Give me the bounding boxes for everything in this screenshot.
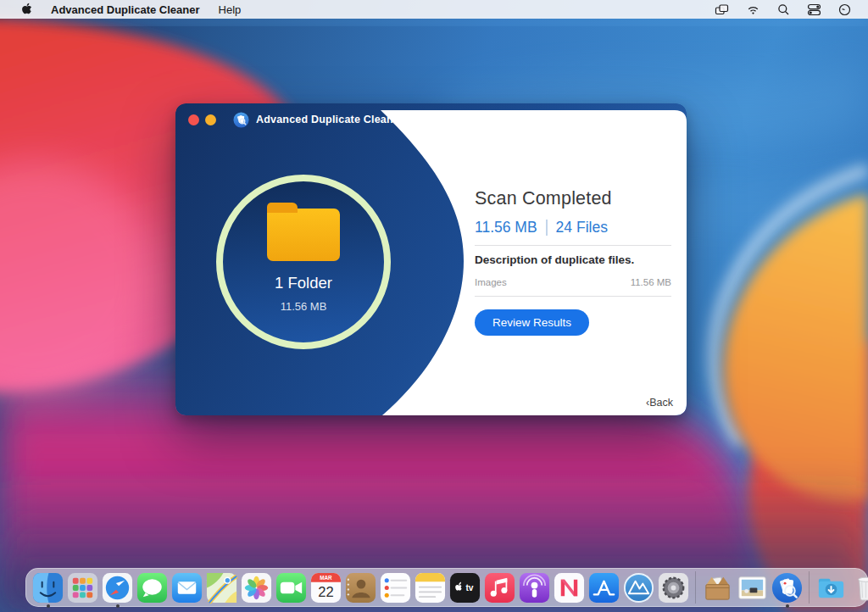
divider-line — [475, 296, 671, 297]
notes-icon — [414, 571, 447, 604]
dock-item-messages[interactable] — [135, 570, 170, 605]
status-control-center[interactable] — [802, 0, 826, 19]
dock-item-facetime[interactable] — [274, 570, 309, 605]
app-logo-icon — [233, 112, 249, 128]
podcasts-icon — [518, 571, 551, 604]
photos-icon — [240, 571, 273, 604]
downloads-folder-icon — [815, 571, 848, 604]
window-title: Advanced Duplicate Cleaner — [256, 114, 403, 125]
system-preferences-icon — [657, 571, 690, 604]
launchpad-icon — [66, 571, 99, 604]
dock-item-advanced-duplicate-cleaner[interactable] — [770, 570, 804, 605]
status-clock[interactable] — [833, 0, 856, 19]
status-screen-mirroring[interactable] — [709, 0, 734, 19]
apple-logo-icon — [20, 3, 32, 16]
unarchiver-icon — [701, 571, 734, 604]
calendar-icon: MAR 22 — [309, 571, 342, 604]
calendar-month: MAR — [320, 575, 332, 581]
maps-icon — [205, 571, 238, 604]
review-results-button[interactable]: Review Results — [475, 309, 589, 336]
clock-icon — [838, 3, 851, 16]
dock-item-tv[interactable]: tv — [448, 570, 482, 605]
folder-size-label: 11.56 MB — [281, 300, 327, 313]
close-button[interactable] — [188, 114, 199, 125]
calendar-day: 22 — [318, 584, 333, 600]
search-icon — [777, 3, 790, 16]
scan-visual: 1 Folder 11.56 MB — [216, 175, 391, 349]
results-panel: Scan Completed 11.56 MB 24 Files Descrip… — [475, 188, 671, 336]
row-size: 11.56 MB — [631, 277, 671, 287]
dock-item-news[interactable] — [552, 570, 587, 605]
contacts-icon — [344, 571, 377, 604]
dock-item-contacts[interactable] — [343, 570, 378, 605]
reminders-icon — [379, 571, 412, 604]
dock-item-music[interactable] — [482, 570, 517, 605]
safari-icon — [101, 571, 134, 604]
advanced-duplicate-cleaner-icon — [771, 571, 804, 604]
finder-icon — [31, 571, 64, 604]
dock-item-finder[interactable] — [31, 570, 65, 605]
apple-menu[interactable] — [12, 0, 41, 19]
dock-item-safari[interactable] — [100, 570, 135, 605]
folder-count-label: 1 Folder — [275, 274, 332, 292]
dock-item-notes[interactable] — [413, 570, 448, 605]
dock-item-calendar[interactable]: MAR 22 — [309, 570, 343, 605]
back-link[interactable]: ‹Back — [646, 397, 673, 409]
menu-bar: Advanced Duplicate Cleaner Help — [0, 0, 868, 19]
minimize-button[interactable] — [205, 114, 216, 125]
folder-icon — [267, 209, 340, 261]
summary-divider — [546, 220, 548, 236]
menu-app-name[interactable]: Advanced Duplicate Cleaner — [42, 0, 209, 19]
control-center-icon — [807, 3, 821, 16]
window-titlebar: Advanced Duplicate Cleaner — [175, 103, 403, 136]
screen-mirroring-icon — [715, 3, 729, 16]
running-indicator — [47, 604, 50, 608]
running-indicator — [116, 604, 120, 608]
dock-item-photo-viewer[interactable] — [735, 570, 770, 605]
dock-item-system-preferences[interactable] — [656, 570, 691, 605]
facetime-icon — [275, 571, 308, 604]
dock-item-trash[interactable] — [849, 570, 868, 605]
trash-icon — [849, 571, 868, 604]
menu-help[interactable]: Help — [210, 0, 250, 19]
result-row-images: Images 11.56 MB — [475, 277, 671, 287]
running-indicator — [786, 604, 789, 608]
divider-line — [475, 245, 671, 246]
dock-item-appstore[interactable] — [587, 570, 621, 605]
results-description: Description of duplicate files. — [475, 253, 671, 266]
tv-label: tv — [465, 582, 473, 592]
app-window: Advanced Duplicate Cleaner 1 Folder 11.5… — [175, 103, 687, 415]
results-heading: Scan Completed — [475, 188, 671, 209]
dock-item-reminders[interactable] — [378, 570, 413, 605]
dock: MAR 22 tv — [25, 568, 868, 607]
status-wifi[interactable] — [741, 0, 765, 19]
status-spotlight[interactable] — [772, 0, 795, 19]
appstore-icon — [587, 571, 620, 604]
messages-icon — [136, 571, 169, 604]
mail-icon — [170, 571, 203, 604]
dock-item-podcasts[interactable] — [517, 570, 552, 605]
dock-divider — [695, 571, 696, 604]
news-icon — [553, 571, 586, 604]
dock-item-appcleaner[interactable] — [621, 570, 656, 605]
wifi-icon — [746, 3, 760, 15]
dock-item-photos[interactable] — [239, 570, 274, 605]
dock-item-downloads[interactable] — [814, 570, 849, 605]
photo-viewer-icon — [736, 571, 769, 604]
dock-item-launchpad[interactable] — [65, 570, 100, 605]
dock-item-maps[interactable] — [204, 570, 239, 605]
appcleaner-icon — [622, 571, 655, 604]
appletv-icon: tv — [448, 571, 481, 604]
dock-item-mail[interactable] — [170, 570, 204, 605]
total-size: 11.56 MB — [475, 219, 537, 236]
scan-circle: 1 Folder 11.56 MB — [216, 175, 391, 349]
music-icon — [483, 571, 516, 604]
row-label: Images — [475, 277, 507, 287]
dock-divider — [809, 571, 810, 604]
results-summary: 11.56 MB 24 Files — [475, 219, 671, 236]
dock-item-unarchiver[interactable] — [700, 570, 735, 605]
total-files: 24 Files — [556, 219, 608, 236]
